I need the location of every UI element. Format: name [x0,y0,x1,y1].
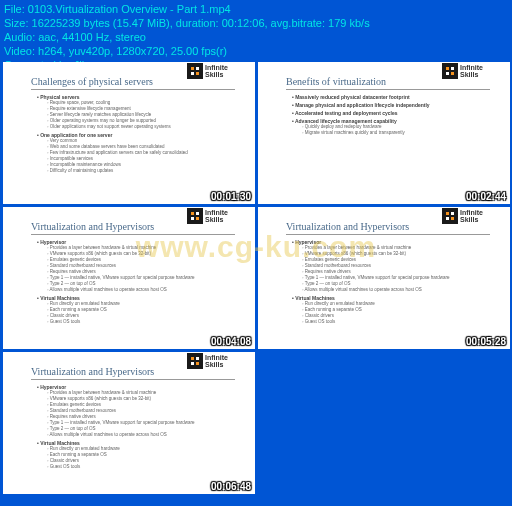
svg-rect-17 [196,357,199,360]
file-line: File: 0103.Virtualization Overview - Par… [4,2,508,16]
svg-rect-3 [196,72,199,75]
divider [31,89,235,90]
slide-thumbnail[interactable]: InfiniteSkillsVirtualization and Hypervi… [258,207,510,349]
brand-text: InfiniteSkills [460,64,483,78]
brand-icon [187,63,203,79]
divider [286,89,490,90]
svg-rect-15 [451,217,454,220]
svg-rect-4 [446,67,449,70]
svg-rect-7 [451,72,454,75]
svg-rect-16 [191,357,194,360]
bullet-sub: ◦ Allows multiple virtual machines to op… [47,287,255,293]
slide-content: • Physical servers◦ Require space, power… [37,94,255,174]
svg-rect-19 [196,362,199,365]
brand-text: InfiniteSkills [205,64,228,78]
svg-rect-18 [191,362,194,365]
svg-rect-1 [196,67,199,70]
brand-logo: InfiniteSkills [187,62,249,80]
bullet-sub: ◦ Allows multiple virtual machines to op… [47,432,255,438]
svg-rect-14 [446,217,449,220]
timestamp-badge: 00:06:48 [211,481,251,492]
slide-thumbnail[interactable]: InfiniteSkillsVirtualization and Hypervi… [3,352,255,494]
slide-thumbnail[interactable]: InfiniteSkillsBenefits of virtualization… [258,62,510,204]
svg-rect-11 [196,217,199,220]
brand-logo: InfiniteSkills [187,352,249,370]
brand-text: InfiniteSkills [205,354,228,368]
svg-rect-9 [196,212,199,215]
bullet-sub: ◦ Older applications may not support new… [47,124,255,130]
brand-icon [442,63,458,79]
bullet-sub: ◦ Allows multiple virtual machines to op… [302,287,510,293]
svg-rect-2 [191,72,194,75]
slide-content: • Hypervisor◦ Provides a layer between h… [292,239,510,325]
divider [31,234,235,235]
brand-icon [187,208,203,224]
size-line: Size: 16225239 bytes (15.47 MiB), durati… [4,16,508,30]
svg-rect-10 [191,217,194,220]
brand-logo: InfiniteSkills [187,207,249,225]
svg-rect-13 [451,212,454,215]
svg-rect-8 [191,212,194,215]
bullet-main: • Accelerated testing and deployment cyc… [292,110,510,116]
bullet-sub: ◦ Guest OS tools [302,319,510,325]
slide-content: • Hypervisor◦ Provides a layer between h… [37,239,255,325]
brand-text: InfiniteSkills [205,209,228,223]
brand-logo: InfiniteSkills [442,62,504,80]
slide-content: • Hypervisor◦ Provides a layer between h… [37,384,255,470]
brand-text: InfiniteSkills [460,209,483,223]
brand-icon [187,353,203,369]
svg-rect-5 [451,67,454,70]
timestamp-badge: 00:01:30 [211,191,251,202]
bullet-sub: ◦ Migrate virtual machines quickly and t… [302,130,510,136]
bullet-main: • Massively reduced physical datacenter … [292,94,510,100]
slide-content: • Massively reduced physical datacenter … [292,94,510,136]
video-line: Video: h264, yuv420p, 1280x720, 25.00 fp… [4,44,508,58]
brand-logo: InfiniteSkills [442,207,504,225]
bullet-sub: ◦ Guest OS tools [47,464,255,470]
slide-thumbnail[interactable]: InfiniteSkillsVirtualization and Hypervi… [3,207,255,349]
timestamp-badge: 00:04:08 [211,336,251,347]
svg-rect-0 [191,67,194,70]
svg-rect-12 [446,212,449,215]
divider [31,379,235,380]
bullet-sub: ◦ Guest OS tools [47,319,255,325]
divider [286,234,490,235]
timestamp-badge: 00:02:44 [466,191,506,202]
svg-rect-6 [446,72,449,75]
timestamp-badge: 00:05:28 [466,336,506,347]
audio-line: Audio: aac, 44100 Hz, stereo [4,30,508,44]
bullet-sub: ◦ Difficulty of maintaining updates [47,168,255,174]
slide-thumbnail[interactable]: InfiniteSkillsChallenges of physical ser… [3,62,255,204]
bullet-main: • Manage physical and application lifecy… [292,102,510,108]
brand-icon [442,208,458,224]
